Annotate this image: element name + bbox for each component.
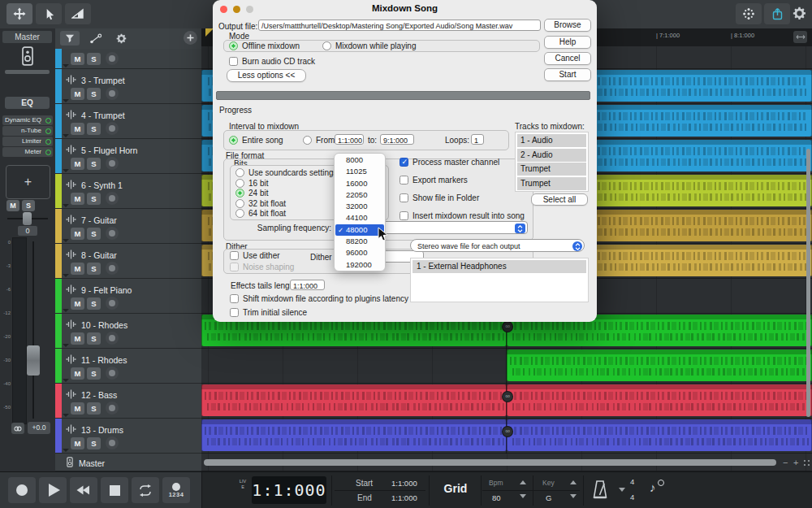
master-width-bar[interactable] — [5, 70, 50, 74]
output-file-field[interactable]: /Users/mattthurtell/Desktop/Mastering So… — [258, 20, 541, 31]
master-plugin-slot[interactable]: Dynamic EQ — [2, 115, 53, 125]
frequency-option[interactable]: 11025 — [335, 166, 385, 177]
record-arm-button[interactable] — [106, 122, 119, 135]
track-row[interactable]: 5 - Flugel HornMS — [55, 139, 201, 174]
record-button[interactable] — [8, 477, 36, 503]
output-routing-select[interactable]: Stereo wave file for each output — [410, 239, 585, 252]
time-signature-bottom[interactable]: 4 — [630, 493, 634, 501]
add-plugin-button[interactable]: + — [6, 165, 50, 199]
master-solo-button[interactable]: S — [22, 200, 35, 211]
mute-button[interactable]: M — [71, 53, 84, 65]
count-in-button[interactable]: 1234 — [162, 477, 190, 503]
to-field[interactable]: 9:1:000 — [380, 134, 414, 145]
grid-label[interactable]: Grid — [432, 482, 479, 495]
collapse-triangle-icon[interactable] — [63, 379, 69, 382]
rewind-button[interactable] — [70, 477, 97, 503]
mixdown-track-item[interactable]: 2 - Audio — [517, 149, 586, 162]
zoom-out-button[interactable]: − — [783, 458, 788, 467]
bpm-down-arrow[interactable] — [520, 494, 526, 498]
record-arm-button[interactable] — [106, 367, 119, 380]
frequency-option[interactable]: 32000 — [335, 201, 385, 212]
time-display[interactable]: 1:1:000 — [252, 476, 326, 504]
plugin-power-icon[interactable] — [45, 139, 51, 145]
solo-button[interactable]: S — [87, 297, 101, 310]
bits-radio-32-bit-float[interactable]: 32 bit float — [235, 199, 286, 208]
from-radio[interactable]: From: — [303, 136, 337, 145]
effects-tails-field[interactable]: 1:1:000 — [290, 280, 325, 290]
time-signature-top[interactable]: 4 — [630, 477, 634, 486]
mute-button[interactable]: M — [71, 88, 84, 100]
noise-shaping-checkbox[interactable]: Noise shaping — [230, 263, 294, 271]
add-track-button[interactable] — [184, 31, 197, 45]
quantize-note-button[interactable]: ♪ — [650, 480, 656, 494]
option-checkbox[interactable]: Process master channel — [400, 158, 499, 167]
track-row[interactable]: MS — [55, 49, 201, 69]
track-row[interactable]: 11 - RhodesMS — [55, 349, 201, 384]
collapse-triangle-icon[interactable] — [63, 414, 69, 417]
record-arm-button[interactable] — [106, 227, 119, 240]
mixdown-track-item[interactable]: 1 - Audio — [517, 134, 586, 147]
fit-horizontal-icon[interactable] — [793, 31, 807, 43]
tracks-to-mixdown-list[interactable]: 1 - Audio2 - AudioTrumpetTrumpet — [515, 132, 589, 192]
mute-button[interactable]: M — [71, 437, 84, 449]
shift-mixdown-checkbox[interactable]: Shift mixdown file according to plugins … — [230, 294, 408, 303]
solo-button[interactable]: S — [87, 193, 101, 205]
eq-button[interactable]: EQ — [5, 97, 50, 109]
audio-clip[interactable] — [507, 384, 812, 416]
fade-tool-button[interactable] — [65, 3, 91, 24]
mixdown-track-item[interactable]: Trumpet — [517, 163, 586, 176]
master-plugin-slot[interactable]: Meter — [2, 147, 53, 157]
solo-button[interactable]: S — [87, 53, 101, 65]
frequency-option[interactable]: ✓48000 — [335, 224, 384, 236]
plugin-power-icon[interactable] — [45, 118, 51, 124]
solo-button[interactable]: S — [87, 88, 101, 100]
solo-button[interactable]: S — [87, 437, 101, 449]
start-value[interactable]: 1:1:000 — [391, 479, 417, 488]
record-arm-button[interactable] — [106, 332, 119, 345]
mute-button[interactable]: M — [71, 123, 84, 135]
start-button[interactable]: Start — [544, 68, 591, 81]
audio-clip[interactable] — [201, 419, 507, 451]
mute-button[interactable]: M — [71, 158, 84, 170]
stop-button[interactable] — [101, 477, 128, 503]
mixdown-track-item[interactable]: Trumpet — [517, 177, 586, 190]
record-arm-button[interactable] — [106, 192, 119, 205]
less-options-button[interactable]: Less options << — [227, 69, 306, 82]
solo-button[interactable]: S — [87, 332, 101, 345]
frequency-option[interactable]: 44100 — [335, 212, 385, 224]
output-item[interactable]: 1 - External Headphones — [412, 260, 586, 273]
bits-radio-24-bit[interactable]: 24 bit — [235, 189, 268, 198]
collapse-triangle-icon[interactable] — [63, 99, 69, 102]
loops-field[interactable]: 1 — [471, 134, 484, 145]
cursor-tool-button[interactable] — [36, 3, 62, 24]
clip-loop-marker[interactable]: ∞ — [502, 426, 513, 437]
mute-button[interactable]: M — [71, 367, 84, 380]
cancel-button[interactable]: Cancel — [544, 52, 591, 65]
arrange-lane[interactable]: ∞ — [201, 384, 812, 419]
master-plugin-slot[interactable]: Limiter — [2, 137, 53, 146]
entire-song-radio[interactable]: Entire song — [229, 136, 283, 145]
track-row[interactable]: 8 - GuitarMS — [55, 244, 201, 279]
record-arm-button[interactable] — [106, 402, 119, 415]
option-checkbox[interactable]: Insert mixdown result into song — [400, 211, 525, 220]
pan-knob[interactable] — [23, 212, 32, 225]
bpm-value[interactable]: 80 — [492, 493, 501, 502]
master-mute-button[interactable]: M — [6, 200, 19, 211]
track-row[interactable]: 10 - RhodesMS — [55, 314, 201, 349]
solo-button[interactable]: S — [87, 367, 101, 380]
frequency-option[interactable]: 192000 — [335, 259, 385, 271]
mute-button[interactable]: M — [71, 332, 84, 345]
burn-cd-checkbox[interactable]: Burn audio CD track — [229, 57, 315, 66]
automation-button[interactable] — [86, 31, 106, 46]
bits-radio-16-bit[interactable]: 16 bit — [235, 179, 268, 188]
master-fader-handle[interactable] — [27, 345, 40, 376]
help-button[interactable]: Help — [544, 36, 591, 49]
select-all-button[interactable]: Select all — [531, 193, 588, 206]
key-down-arrow[interactable] — [570, 494, 577, 498]
trim-silence-checkbox[interactable]: Trim initial silence — [230, 308, 307, 317]
share-button[interactable] — [764, 3, 790, 24]
vertical-scrollbar[interactable] — [806, 149, 810, 417]
collapse-triangle-icon[interactable] — [63, 204, 69, 207]
collapse-triangle-icon[interactable] — [63, 274, 69, 277]
track-row[interactable]: 6 - Synth 1MS — [55, 174, 201, 209]
